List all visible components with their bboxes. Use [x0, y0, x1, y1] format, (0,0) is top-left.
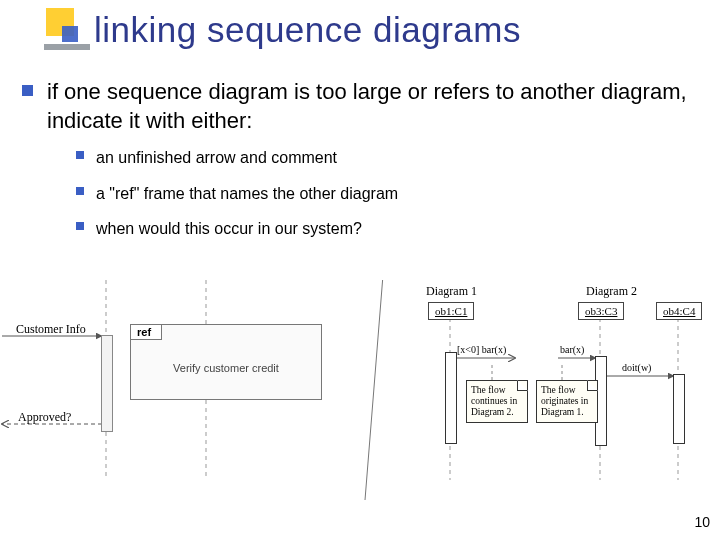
- page-title: linking sequence diagrams: [94, 10, 521, 50]
- message-label: doit(w): [622, 362, 651, 373]
- sub-bullet-text: an unfinished arrow and comment: [96, 145, 337, 171]
- diagram-title: Diagram 1: [426, 284, 477, 299]
- message-label: Approved?: [18, 410, 71, 425]
- activation-bar: [445, 352, 457, 444]
- bullet-icon: [76, 222, 84, 230]
- main-bullet: if one sequence diagram is too large or …: [22, 78, 698, 135]
- message-label: [x<0] bar(x): [457, 344, 506, 355]
- svg-line-4: [365, 280, 385, 500]
- sub-bullet: an unfinished arrow and comment: [76, 145, 698, 171]
- object-header: ob4:C4: [656, 302, 702, 320]
- message-label: Customer Info: [16, 322, 86, 337]
- object-header: ob3:C3: [578, 302, 624, 320]
- ref-frame-label: Verify customer credit: [137, 343, 315, 393]
- content-body: if one sequence diagram is too large or …: [22, 78, 698, 252]
- note-box: The flow continues in Diagram 2.: [466, 380, 528, 423]
- sub-bullet-list: an unfinished arrow and comment a "ref" …: [76, 145, 698, 242]
- activation-bar: [101, 335, 113, 432]
- main-bullet-text: if one sequence diagram is too large or …: [47, 78, 698, 135]
- ref-frame-tag: ref: [131, 325, 162, 340]
- object-header: ob1:C1: [428, 302, 474, 320]
- ref-frame: ref Verify customer credit: [130, 324, 322, 400]
- diagram-title: Diagram 2: [586, 284, 637, 299]
- note-box: The flow originates in Diagram 1.: [536, 380, 598, 423]
- slide-title-bar: linking sequence diagrams: [40, 8, 521, 50]
- sub-bullet: when would this occur in our system?: [76, 216, 698, 242]
- activation-bar: [673, 374, 685, 444]
- message-label: bar(x): [560, 344, 584, 355]
- bullet-icon: [76, 187, 84, 195]
- bullet-icon: [22, 85, 33, 96]
- diagram-area: Customer Info Approved? ref Verify custo…: [0, 280, 720, 500]
- page-number: 10: [694, 514, 710, 530]
- sub-bullet-text: a "ref" frame that names the other diagr…: [96, 181, 398, 207]
- bullet-icon: [76, 151, 84, 159]
- title-logo: [40, 8, 88, 50]
- sub-bullet: a "ref" frame that names the other diagr…: [76, 181, 698, 207]
- sub-bullet-text: when would this occur in our system?: [96, 216, 362, 242]
